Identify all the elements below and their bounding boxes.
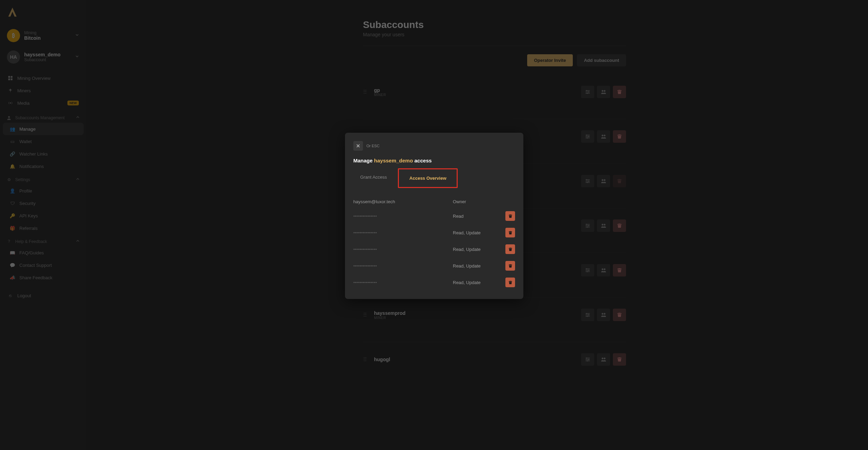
svg-point-25: [604, 224, 606, 226]
nav-profile[interactable]: 👤Profile: [3, 185, 84, 197]
nav-label: Notifications: [19, 164, 44, 169]
users-icon: [601, 134, 606, 139]
delete-button[interactable]: [613, 309, 626, 321]
settings-button[interactable]: [581, 130, 594, 143]
settings-button[interactable]: [581, 353, 594, 366]
access-role: Read, Update: [453, 280, 501, 285]
nav-mining-overview[interactable]: Mining Overview: [3, 72, 84, 84]
users-button[interactable]: [597, 353, 610, 366]
delete-button[interactable]: [613, 353, 626, 366]
drag-handle-icon[interactable]: ⠿: [363, 312, 368, 318]
svg-rect-2: [8, 78, 10, 80]
nav-media[interactable]: Media NEW: [3, 97, 84, 109]
sliders-icon: [585, 178, 590, 184]
new-badge: NEW: [67, 101, 79, 105]
delete-button[interactable]: [613, 130, 626, 143]
users-icon: [601, 89, 606, 95]
nav-group-help[interactable]: ？ Help & Feedback: [3, 234, 84, 246]
trash-icon: [508, 231, 512, 235]
settings-button[interactable]: [581, 309, 594, 321]
modal-tabs: Grant Access Access Overview: [353, 170, 515, 187]
nav-wallet[interactable]: ▭Wallet: [3, 135, 84, 148]
svg-point-9: [602, 90, 604, 92]
users-button[interactable]: [597, 130, 610, 143]
nav-manage[interactable]: 👥Manage: [3, 123, 84, 135]
access-row: ••••••••••••••• Read, Update: [353, 274, 515, 291]
nav-faq[interactable]: 📖FAQ/Guides: [3, 246, 84, 259]
nav-share-feedback[interactable]: 📣Share Feedback: [3, 271, 84, 284]
sliders-icon: [585, 357, 590, 362]
svg-point-20: [604, 179, 606, 181]
settings-button[interactable]: [581, 175, 594, 187]
nav-security[interactable]: 🛡Security: [3, 197, 84, 209]
svg-point-32: [588, 315, 589, 316]
svg-point-33: [587, 316, 588, 317]
profile-icon: 👤: [10, 188, 15, 194]
remove-access-button[interactable]: [505, 211, 515, 221]
mining-coin: Bitcoin: [24, 35, 75, 41]
nav-label: Watcher Links: [19, 151, 48, 157]
users-button[interactable]: [597, 264, 610, 276]
remove-access-button[interactable]: [505, 244, 515, 254]
add-subaccount-button[interactable]: Add subaccount: [577, 54, 626, 66]
delete-button[interactable]: [613, 86, 626, 98]
tab-grant-access[interactable]: Grant Access: [353, 170, 394, 187]
access-role: Read, Update: [453, 230, 501, 235]
logo[interactable]: [3, 4, 84, 21]
nav-label: Media: [17, 101, 29, 106]
operator-invite-button[interactable]: Operator Invite: [527, 54, 573, 66]
nav-settings-items: 👤Profile 🛡Security 🔑API Keys 🎁Referrals: [3, 185, 84, 234]
settings-button[interactable]: [581, 264, 594, 276]
pickaxe-icon: [8, 88, 13, 93]
nav-logout[interactable]: ⎋ Logout: [3, 289, 84, 302]
sidebar: ₿ Mining Bitcoin HA hayssem_demo Subacco…: [0, 0, 86, 450]
settings-button[interactable]: [581, 219, 594, 232]
svg-point-8: [587, 93, 588, 94]
svg-point-22: [588, 225, 589, 226]
access-row: hayssem@luxor.tech Owner: [353, 196, 515, 208]
drag-handle-icon[interactable]: ⠿: [363, 89, 368, 95]
subaccount-role: MINER: [374, 93, 581, 97]
luxor-logo-icon: [7, 7, 18, 18]
nav-api-keys[interactable]: 🔑API Keys: [3, 209, 84, 222]
account-avatar: HA: [7, 50, 20, 64]
svg-point-29: [602, 269, 604, 270]
nav-watcher-links[interactable]: 🔗Watcher Links: [3, 148, 84, 160]
nav-label: Manage: [19, 126, 36, 132]
trash-icon: [508, 281, 512, 284]
nav-label: Logout: [17, 293, 31, 298]
users-button[interactable]: [597, 86, 610, 98]
access-list: hayssem@luxor.tech Owner •••••••••••••••…: [353, 196, 515, 291]
remove-access-button[interactable]: [505, 278, 515, 287]
remove-access-button[interactable]: [505, 261, 515, 271]
delete-button[interactable]: [613, 219, 626, 232]
svg-point-26: [586, 269, 587, 270]
access-row: ••••••••••••••• Read, Update: [353, 257, 515, 274]
trash-icon: [617, 357, 622, 362]
remove-access-button[interactable]: [505, 228, 515, 237]
book-icon: 📖: [10, 250, 15, 255]
access-role: Read, Update: [453, 247, 501, 252]
drag-handle-icon[interactable]: ⠿: [363, 356, 368, 363]
close-icon: [356, 144, 360, 148]
nav-group-subaccounts[interactable]: Subaccounts Management: [3, 111, 84, 123]
nav-contact-support[interactable]: 💬Contact Support: [3, 259, 84, 271]
trash-icon: [617, 268, 622, 273]
tab-access-overview[interactable]: Access Overview: [398, 168, 458, 188]
nav-group-settings[interactable]: ⚙ Settings: [3, 172, 84, 185]
users-button[interactable]: [597, 175, 610, 187]
access-email: •••••••••••••••: [353, 263, 449, 269]
mining-selector[interactable]: ₿ Mining Bitcoin: [3, 26, 84, 45]
account-selector[interactable]: HA hayssem_demo Subaccount: [3, 48, 84, 66]
nav-notifications[interactable]: 🔔Notifications: [3, 160, 84, 172]
settings-button[interactable]: [581, 86, 594, 98]
users-button[interactable]: [597, 219, 610, 232]
nav-referrals[interactable]: 🎁Referrals: [3, 222, 84, 234]
access-role: Owner: [453, 199, 501, 204]
users-button[interactable]: [597, 309, 610, 321]
sliders-icon: [585, 89, 590, 95]
nav-miners[interactable]: Miners: [3, 84, 84, 97]
delete-button[interactable]: [613, 264, 626, 276]
nav-group-label: Subaccounts Management: [15, 115, 65, 120]
close-button[interactable]: [353, 141, 363, 151]
